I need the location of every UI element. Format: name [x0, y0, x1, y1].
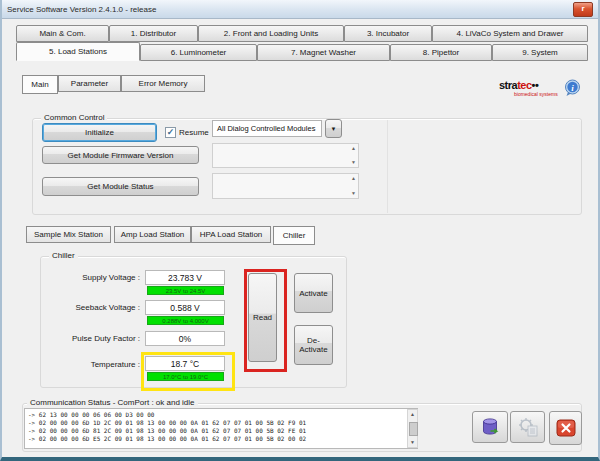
subtab-main[interactable]: Main [22, 75, 58, 94]
temperature-label: Temperature : [40, 360, 140, 369]
tab-5-load-stations[interactable]: 5. Load Stations [16, 42, 140, 61]
tab-7-magnet-washer[interactable]: 7. Magnet Washer [257, 44, 390, 61]
subtab-parameter[interactable]: Parameter [58, 75, 121, 92]
communication-log[interactable]: -> 62 13 00 00 00 06 06 00 D3 00 00 -> 0… [24, 408, 418, 449]
log-line: -> 02 00 00 00 6D 81 2C 09 01 98 13 00 0… [28, 427, 414, 435]
tab-6-luminometer[interactable]: 6. Luminometer [140, 44, 257, 61]
chevron-down-icon: ▼ [331, 126, 337, 132]
status-scroll-up-icon[interactable]: ▲ [348, 174, 359, 183]
close-button[interactable]: r [573, 2, 593, 17]
tab-sample-mix-station[interactable]: Sample Mix Station [26, 226, 111, 243]
supply-voltage-value: 23.783 V [145, 270, 225, 285]
check-icon: ✓ [167, 127, 175, 137]
get-module-firmware-version-button[interactable]: Get Module Firmware Version [42, 146, 199, 164]
log-line: -> 02 00 00 00 6D E5 2C 09 01 98 13 00 0… [28, 435, 414, 443]
tab-chiller[interactable]: Chiller [273, 226, 315, 245]
close-icon: r [581, 4, 584, 13]
resume-checkbox[interactable]: ✓ [165, 127, 176, 138]
database-icon [479, 416, 501, 438]
chiller-group-title: Chiller [49, 251, 78, 260]
group-divider [387, 120, 388, 213]
logo-subtitle: biomedical systems [514, 91, 558, 97]
app-window: Service Software Version 2.4.1.0 - relea… [0, 0, 600, 461]
tab-2-front-and-loading-units[interactable]: 2. Front and Loading Units [198, 25, 344, 42]
temperature-range: 17.0°C to 19.0°C [147, 372, 224, 381]
database-button[interactable] [472, 411, 508, 443]
gear-document-icon [517, 416, 539, 438]
communication-status-title: Communication Status - ComPort : ok and … [27, 398, 198, 407]
resume-checkbox-label: Resume [179, 128, 209, 137]
window-title: Service Software Version 2.4.1.0 - relea… [2, 5, 156, 14]
tab-amp-load-station[interactable]: Amp Load Station [114, 226, 191, 243]
tab-8-pipettor[interactable]: 8. Pipettor [390, 44, 492, 61]
seeback-voltage-value: 0.588 V [145, 300, 225, 315]
log-copy-button[interactable] [510, 411, 545, 443]
get-module-status-button[interactable]: Get Module Status [42, 177, 199, 196]
stratec-logo: stratec•• [499, 80, 538, 91]
scroll-up-icon[interactable]: ▲ [408, 410, 417, 419]
subtab-error-memory[interactable]: Error Memory [121, 75, 205, 92]
common-control-group-title: Common Control [41, 113, 107, 122]
deactivate-button[interactable]: De- Activate [294, 325, 333, 365]
tab-main-and-com[interactable]: Main & Com. [16, 25, 109, 42]
initialize-button[interactable]: Initialize [42, 123, 157, 142]
tab-9-system[interactable]: 9. System [492, 44, 588, 61]
title-bar[interactable]: Service Software Version 2.4.1.0 - relea… [2, 0, 598, 19]
temperature-value: 18.7 °C [145, 356, 225, 371]
status-scroll-down-icon[interactable]: ▼ [348, 189, 359, 198]
scroll-down-icon[interactable]: ▼ [408, 438, 417, 447]
exit-button[interactable] [549, 411, 582, 445]
scrollbar-thumb[interactable] [409, 422, 418, 436]
tab-3-incubator[interactable]: 3. Incubator [344, 25, 432, 42]
log-line: -> 62 13 00 00 00 06 06 00 D3 00 00 [28, 411, 414, 419]
supply-voltage-label: Supply Voltage : [40, 273, 140, 282]
seeback-voltage-range: 0.288V to 4.000V [147, 316, 224, 325]
tab-hpa-load-station[interactable]: HPA Load Station [191, 226, 271, 243]
module-select-dropdown-button[interactable]: ▼ [325, 119, 342, 138]
module-select[interactable]: All Dialog Controlled Modules [212, 120, 322, 137]
activate-button[interactable]: Activate [294, 273, 333, 313]
firmware-scroll-up-icon[interactable]: ▲ [348, 144, 359, 153]
log-line: -> 02 00 00 00 6D 1D 2C 09 01 98 13 00 0… [28, 419, 414, 427]
firmware-version-output[interactable] [212, 143, 359, 168]
pulse-duty-factor-label: Pulse Duty Factor : [40, 334, 140, 343]
exit-x-icon [556, 419, 576, 437]
log-scrollbar[interactable]: ▲ ▼ [407, 409, 418, 448]
read-button[interactable]: Read [248, 273, 277, 362]
firmware-scroll-down-icon[interactable]: ▼ [348, 158, 359, 167]
module-status-output[interactable] [212, 173, 359, 199]
info-icon[interactable]: i [564, 79, 581, 101]
tab-1-distributor[interactable]: 1. Distributor [109, 25, 198, 42]
supply-voltage-range: 23.5V to 24.5V [147, 286, 224, 295]
seeback-voltage-label: Seeback Voltage : [40, 303, 140, 312]
pulse-duty-factor-value: 0% [145, 331, 225, 346]
tab-4-livaco-system-and-drawer[interactable]: 4. LiVaCo System and Drawer [432, 25, 588, 42]
